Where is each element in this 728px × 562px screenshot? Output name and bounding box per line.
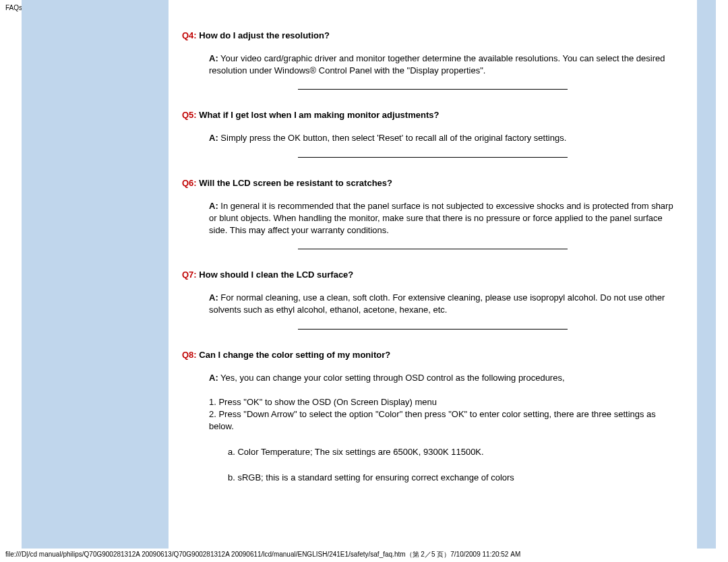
q8-text: Can I change the color setting of my mon… [199, 350, 390, 360]
q6-a-label: A: [209, 201, 218, 211]
content-area: Q4: How do I adjust the resolution? A: Y… [169, 0, 697, 549]
faq-q5: Q5: What if I get lost when I am making … [182, 110, 684, 144]
q8-a-label: A: [209, 373, 218, 383]
divider [298, 249, 568, 249]
q7-text: How should I clean the LCD surface? [199, 270, 353, 280]
page-footer: file:///D|/cd manual/philips/Q70G9002813… [5, 550, 520, 559]
q7-label: Q7: [182, 270, 197, 280]
q5-question: Q5: What if I get lost when I am making … [182, 110, 684, 120]
divider [298, 157, 568, 158]
right-gutter [697, 0, 716, 549]
q4-text: How do I adjust the resolution? [199, 30, 330, 40]
faq-q4: Q4: How do I adjust the resolution? A: Y… [182, 30, 684, 77]
q5-answer: A: Simply press the OK button, then sele… [182, 132, 684, 144]
q7-a-text: For normal cleaning, use a clean, soft c… [209, 292, 665, 315]
q8-label: Q8: [182, 350, 197, 360]
q5-a-text: Simply press the OK button, then select … [220, 133, 566, 143]
q8-answer: A: Yes, you can change your color settin… [182, 372, 684, 384]
q8-item-a: a. Color Temperature; The six settings a… [228, 446, 677, 458]
q4-question: Q4: How do I adjust the resolution? [182, 30, 684, 40]
q6-a-text: In general it is recommended that the pa… [209, 201, 673, 235]
q8-sub-items: a. Color Temperature; The six settings a… [182, 446, 684, 484]
q4-a-label: A: [209, 53, 218, 63]
divider [298, 89, 568, 90]
q8-step2: 2. Press "Down Arrow" to select the opti… [209, 408, 677, 433]
q5-label: Q5: [182, 110, 197, 120]
faq-q8: Q8: Can I change the color setting of my… [182, 350, 684, 485]
q4-answer: A: Your video card/graphic driver and mo… [182, 53, 684, 77]
q8-steps: 1. Press "OK" to show the OSD (On Screen… [182, 396, 684, 433]
faq-q7: Q7: How should I clean the LCD surface? … [182, 270, 684, 316]
q5-text: What if I get lost when I am making moni… [199, 110, 439, 120]
q8-a-text: Yes, you can change your color setting t… [220, 373, 564, 383]
divider [298, 329, 568, 330]
q7-answer: A: For normal cleaning, use a clean, sof… [182, 292, 684, 316]
q6-answer: A: In general it is recommended that the… [182, 200, 684, 237]
q6-text: Will the LCD screen be resistant to scra… [199, 178, 392, 188]
q6-label: Q6: [182, 178, 197, 188]
q8-item-b: b. sRGB; this is a standard setting for … [228, 472, 677, 484]
q7-question: Q7: How should I clean the LCD surface? [182, 270, 684, 280]
q7-a-label: A: [209, 292, 218, 303]
q6-question: Q6: Will the LCD screen be resistant to … [182, 178, 684, 188]
q4-a-text: Your video card/graphic driver and monit… [209, 53, 665, 75]
left-sidebar [22, 0, 169, 549]
q8-step1: 1. Press "OK" to show the OSD (On Screen… [209, 396, 677, 408]
q4-label: Q4: [182, 30, 197, 40]
main-container: Q4: How do I adjust the resolution? A: Y… [22, 0, 716, 549]
faq-q6: Q6: Will the LCD screen be resistant to … [182, 178, 684, 237]
q5-a-label: A: [209, 133, 218, 143]
q8-question: Q8: Can I change the color setting of my… [182, 350, 684, 360]
